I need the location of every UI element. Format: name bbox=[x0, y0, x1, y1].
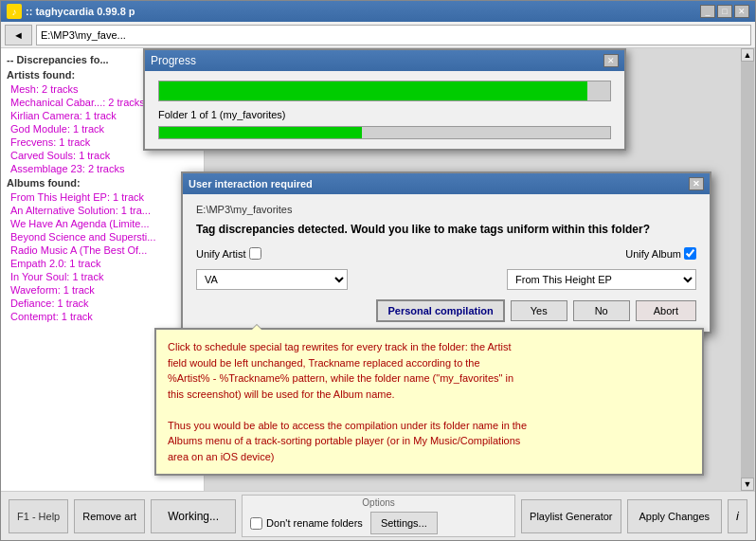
list-item-defiance[interactable]: Defiance: 1 track bbox=[3, 297, 202, 310]
album-select[interactable]: From This Height EP bbox=[507, 269, 696, 290]
help-line2: field would be left unchanged, Trackname… bbox=[168, 355, 691, 371]
selects-row: VA From This Height EP bbox=[196, 269, 696, 290]
apply-changes-button[interactable]: Apply Changes bbox=[627, 499, 723, 533]
scrollbar: ▲ ▼ bbox=[740, 48, 755, 491]
title-buttons: _ □ ✕ bbox=[700, 5, 749, 18]
dialog-path: E:\MP3\my_favorites bbox=[196, 204, 696, 215]
help-line7: Albums menu of a track-sorting portable … bbox=[168, 433, 691, 449]
maximize-button[interactable]: □ bbox=[717, 5, 732, 18]
progress-title-text: Progress bbox=[151, 54, 196, 67]
albums-found-header: Albums found: bbox=[3, 175, 202, 190]
playlist-generator-label: Playlist Generator bbox=[530, 511, 612, 522]
yes-button[interactable]: Yes bbox=[511, 300, 567, 321]
path-bar: E:\MP3\my_fave... bbox=[36, 25, 751, 45]
user-dialog-content: E:\MP3\my_favorites Tag discrepancies de… bbox=[183, 194, 710, 332]
list-item-in-your-soul[interactable]: In Your Soul: 1 track bbox=[3, 270, 202, 283]
help-line3: %Artist% - %Trackname% pattern, while th… bbox=[168, 370, 691, 387]
list-item-alternative-solution[interactable]: An Alternative Solution: 1 tra... bbox=[3, 204, 202, 217]
list-item-carved-souls[interactable]: Carved Souls: 1 track bbox=[3, 149, 202, 162]
user-dialog-close-button[interactable]: ✕ bbox=[689, 177, 704, 190]
user-interaction-dialog: User interaction required ✕ E:\MP3\my_fa… bbox=[181, 171, 711, 334]
dont-rename-folders-text: Don't rename folders bbox=[266, 517, 363, 529]
path-text: E:\MP3\my_fave... bbox=[41, 29, 126, 41]
progress-dialog: Progress ✕ Folder 1 of 1 (my_favorites) bbox=[143, 48, 626, 151]
help-line6: Thus you would be able to access the com… bbox=[168, 418, 691, 434]
unify-album-label-text: Unify Album bbox=[625, 248, 681, 260]
app-icon: ♪ bbox=[7, 4, 22, 19]
help-line8: area on an iOS device) bbox=[168, 449, 691, 465]
playlist-generator-button[interactable]: Playlist Generator bbox=[521, 499, 621, 533]
close-button[interactable]: ✕ bbox=[734, 5, 749, 18]
abort-button[interactable]: Abort bbox=[636, 300, 696, 321]
main-progress-bar-fill bbox=[159, 81, 587, 100]
user-dialog-title-text: User interaction required bbox=[189, 178, 313, 189]
sub-progress-bar-fill bbox=[159, 127, 362, 138]
title-bar-left: ♪ :: taghycardia 0.99.8 p bbox=[7, 4, 135, 19]
main-progress-bar-container bbox=[158, 81, 611, 101]
list-item-waveform[interactable]: Waveform: 1 track bbox=[3, 283, 202, 297]
list-item-radio-music[interactable]: Radio Music A (The Best Of... bbox=[3, 243, 202, 257]
scroll-track bbox=[741, 62, 754, 478]
dialog-question: Tag discrepancies detected. Would you li… bbox=[196, 223, 696, 236]
back-button[interactable]: ◄ bbox=[5, 25, 32, 45]
list-item-contempt[interactable]: Contempt: 1 track bbox=[3, 310, 202, 323]
sub-progress-bar-container bbox=[158, 126, 611, 139]
artist-select[interactable]: VA bbox=[196, 269, 348, 290]
remove-art-button[interactable]: Remove art bbox=[74, 499, 145, 533]
progress-dialog-title-bar: Progress ✕ bbox=[145, 50, 624, 71]
dont-rename-folders-checkbox[interactable] bbox=[250, 517, 262, 530]
f1-help-button[interactable]: F1 - Help bbox=[9, 499, 68, 533]
help-line1: Click to schedule special tag rewrites f… bbox=[168, 339, 691, 355]
settings-button[interactable]: Settings... bbox=[370, 512, 438, 534]
toolbar: ◄ E:\MP3\my_fave... bbox=[1, 22, 755, 48]
dialog-buttons: Personal compilation Yes No Abort bbox=[196, 299, 696, 322]
options-controls: Don't rename folders Settings... bbox=[250, 512, 507, 534]
list-item-empath[interactable]: Empath 2.0: 1 track bbox=[3, 257, 202, 270]
help-line4: this screenshot) will be used for the Al… bbox=[168, 387, 691, 403]
info-button[interactable]: i bbox=[728, 499, 747, 533]
user-dialog-title-bar: User interaction required ✕ bbox=[183, 173, 710, 194]
list-item-assemblage[interactable]: Assemblage 23: 2 tracks bbox=[3, 162, 202, 175]
personal-compilation-button[interactable]: Personal compilation bbox=[376, 299, 504, 322]
list-item-from-this-height[interactable]: From This Height EP: 1 track bbox=[3, 190, 202, 204]
scroll-down-arrow[interactable]: ▼ bbox=[741, 478, 754, 491]
options-label: Options bbox=[250, 497, 507, 508]
unify-artist-checkbox[interactable] bbox=[249, 247, 261, 260]
progress-close-button[interactable]: ✕ bbox=[603, 54, 619, 67]
dont-rename-folders-label[interactable]: Don't rename folders bbox=[250, 517, 363, 530]
unify-row: Unify Artist Unify Album bbox=[196, 247, 696, 260]
main-content: -- Discrepancies fo... Artists found: Me… bbox=[1, 48, 755, 491]
app-title: :: taghycardia 0.99.8 p bbox=[26, 6, 135, 17]
list-item-beyond-science[interactable]: Beyond Science and Supersti... bbox=[3, 230, 202, 243]
options-group: Options Don't rename folders Settings... bbox=[242, 495, 515, 537]
unify-artist-label[interactable]: Unify Artist bbox=[196, 247, 261, 260]
minimize-button[interactable]: _ bbox=[700, 5, 715, 18]
bottom-bar: F1 - Help Remove art Working... Options … bbox=[1, 491, 755, 540]
progress-content: Folder 1 of 1 (my_favorites) bbox=[145, 71, 624, 149]
working-button[interactable]: Working... bbox=[151, 499, 236, 533]
title-bar: ♪ :: taghycardia 0.99.8 p _ □ ✕ bbox=[1, 1, 755, 22]
help-balloon: Click to schedule special tag rewrites f… bbox=[154, 328, 704, 476]
unify-album-label[interactable]: Unify Album bbox=[625, 247, 696, 260]
no-button[interactable]: No bbox=[573, 300, 630, 321]
scroll-up-arrow[interactable]: ▲ bbox=[741, 48, 754, 62]
folder-progress-label: Folder 1 of 1 (my_favorites) bbox=[158, 109, 611, 120]
unify-artist-label-text: Unify Artist bbox=[196, 248, 246, 260]
main-window: ♪ :: taghycardia 0.99.8 p _ □ ✕ ◄ E:\MP3… bbox=[0, 0, 756, 541]
unify-album-checkbox[interactable] bbox=[684, 247, 696, 260]
list-item-agenda[interactable]: We Have An Agenda (Limite... bbox=[3, 217, 202, 230]
